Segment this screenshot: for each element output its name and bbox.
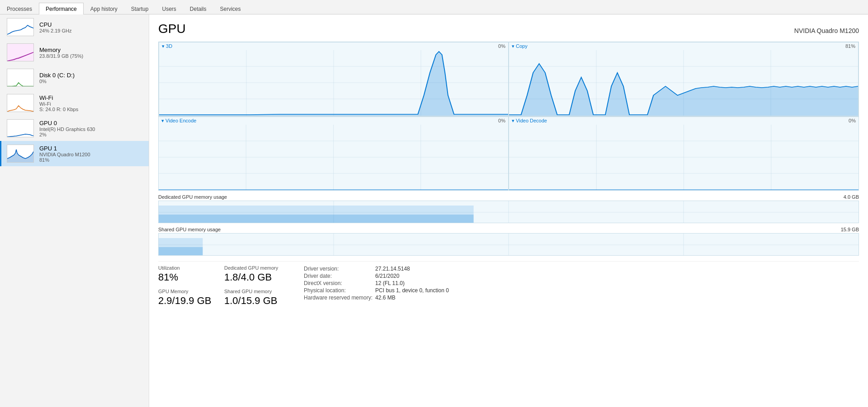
- svg-rect-32: [159, 215, 474, 223]
- right-panel: GPU NVIDIA Quadro M1200 ▾ 3D 0%: [149, 14, 868, 407]
- shared-memory-max: 15.9 GB: [841, 227, 859, 232]
- dedicated-memory-bar: [158, 201, 859, 223]
- driver-date-row: Driver date: 6/21/2020: [304, 272, 452, 280]
- cpu-label: CPU: [39, 21, 143, 28]
- disk-info: Disk 0 (C: D:) 0%: [39, 72, 143, 84]
- tab-services[interactable]: Services: [213, 3, 248, 14]
- gpu0-info: GPU 0 Intel(R) HD Graphics 630 2%: [39, 120, 143, 137]
- gpu0-label: GPU 0: [39, 120, 143, 126]
- sidebar-item-gpu0[interactable]: GPU 0 Intel(R) HD Graphics 630 2%: [0, 116, 149, 141]
- directx-value: 12 (FL 11.0): [375, 280, 452, 287]
- gpu0-sub1: Intel(R) HD Graphics 630: [39, 126, 143, 132]
- main-layout: CPU 24% 2.19 GHz Memory 23.8/31.9 GB (75…: [0, 14, 868, 407]
- chart-copy-label[interactable]: ▾ Copy: [512, 43, 528, 49]
- tab-performance[interactable]: Performance: [39, 3, 84, 14]
- driver-version-value: 27.21.14.5148: [375, 265, 452, 272]
- sidebar-item-memory[interactable]: Memory 23.8/31.9 GB (75%): [0, 40, 149, 65]
- wifi-sub1: Wi-Fi: [39, 101, 143, 107]
- driver-date-label: Driver date:: [304, 272, 375, 280]
- shared-value: 1.0/15.9 GB: [224, 295, 297, 307]
- disk-label: Disk 0 (C: D:): [39, 72, 143, 79]
- sidebar: CPU 24% 2.19 GHz Memory 23.8/31.9 GB (75…: [0, 14, 149, 407]
- chart-copy: ▾ Copy 81%: [509, 42, 859, 116]
- wifi-thumb: [7, 94, 34, 112]
- chart-decode-header: ▾ Video Decode 0%: [509, 117, 859, 125]
- gpu1-label: GPU 1: [39, 145, 143, 152]
- dedicated-label: Dedicated GPU memory: [224, 265, 297, 271]
- svg-rect-33: [159, 206, 474, 215]
- chart-decode-area: [509, 125, 859, 190]
- tab-users[interactable]: Users: [155, 3, 183, 14]
- chart-3d-value: 0%: [498, 43, 505, 49]
- driver-info: Driver version: 27.21.14.5148 Driver dat…: [304, 265, 859, 307]
- shared-memory-bar: [158, 233, 859, 256]
- tab-bar: Processes Performance App history Startu…: [0, 0, 868, 14]
- utilization-value: 81%: [158, 271, 217, 283]
- gpu0-sub2: 2%: [39, 132, 143, 137]
- svg-rect-38: [159, 247, 203, 256]
- sidebar-item-gpu1[interactable]: GPU 1 NVIDIA Quadro M1200 81%: [0, 141, 149, 166]
- wifi-label: Wi-Fi: [39, 94, 143, 101]
- sidebar-item-wifi[interactable]: Wi-Fi Wi-Fi S: 24.0 R: 0 Kbps: [0, 90, 149, 116]
- chart-encode-header: ▾ Video Encode 0%: [159, 117, 508, 125]
- driver-version-label: Driver version:: [304, 265, 375, 272]
- chart-encode-label[interactable]: ▾ Video Encode: [161, 118, 196, 124]
- dedicated-memory-max: 4.0 GB: [844, 194, 859, 200]
- driver-info-table: Driver version: 27.21.14.5148 Driver dat…: [304, 265, 452, 301]
- wifi-sub2: S: 24.0 R: 0 Kbps: [39, 107, 143, 112]
- gpu-model: NVIDIA Quadro M1200: [794, 27, 859, 34]
- disk-thumb: [7, 69, 34, 87]
- chart-copy-area: [509, 50, 858, 116]
- gpu-memory-value: 2.9/19.9 GB: [158, 295, 217, 307]
- dedicated-memory-header: Dedicated GPU memory usage 4.0 GB: [158, 194, 859, 200]
- gpu0-thumb: [7, 119, 34, 137]
- sidebar-item-cpu[interactable]: CPU 24% 2.19 GHz: [0, 14, 149, 40]
- dedicated-memory-section: Dedicated GPU memory usage 4.0 GB: [158, 194, 859, 223]
- gpu-memory-label: GPU Memory: [158, 289, 217, 294]
- gpu1-sub2: 81%: [39, 157, 143, 163]
- chart-decode-value: 0%: [849, 118, 856, 124]
- page-title: GPU: [158, 22, 186, 36]
- tab-startup[interactable]: Startup: [124, 3, 156, 14]
- wifi-info: Wi-Fi Wi-Fi S: 24.0 R: 0 Kbps: [39, 94, 143, 112]
- dedicated-value: 1.8/4.0 GB: [224, 271, 297, 283]
- hardware-reserved-label: Hardware reserved memory:: [304, 294, 375, 301]
- cpu-info: CPU 24% 2.19 GHz: [39, 21, 143, 33]
- chart-video-encode: ▾ Video Encode 0%: [158, 117, 509, 191]
- gpu-header: GPU NVIDIA Quadro M1200: [158, 22, 859, 36]
- chart-3d-label[interactable]: ▾ 3D: [162, 43, 172, 49]
- hardware-reserved-row: Hardware reserved memory: 42.6 MB: [304, 294, 452, 301]
- stats-middle: Dedicated GPU memory 1.8/4.0 GB Shared G…: [224, 265, 297, 307]
- cpu-thumb: [7, 18, 34, 36]
- physical-location-value: PCI bus 1, device 0, function 0: [375, 287, 452, 294]
- hardware-reserved-value: 42.6 MB: [375, 294, 452, 301]
- svg-rect-39: [159, 238, 203, 247]
- tab-app-history[interactable]: App history: [84, 3, 124, 14]
- gpu1-thumb: [7, 145, 34, 163]
- gpu1-sub1: NVIDIA Quadro M1200: [39, 152, 143, 157]
- memory-sub: 23.8/31.9 GB (75%): [39, 53, 143, 59]
- shared-label: Shared GPU memory: [224, 289, 297, 294]
- chart-3d: ▾ 3D 0%: [159, 42, 509, 116]
- chart-encode-value: 0%: [498, 118, 505, 124]
- directx-label: DirectX version:: [304, 280, 375, 287]
- sidebar-item-disk[interactable]: Disk 0 (C: D:) 0%: [0, 65, 149, 90]
- memory-label: Memory: [39, 47, 143, 53]
- dedicated-memory-label: Dedicated GPU memory usage: [158, 194, 227, 200]
- cpu-sub: 24% 2.19 GHz: [39, 28, 143, 33]
- chart-3d-header: ▾ 3D 0%: [159, 42, 508, 50]
- memory-info: Memory 23.8/31.9 GB (75%): [39, 47, 143, 59]
- memory-thumb: [7, 43, 34, 61]
- middle-charts: ▾ Video Encode 0%: [158, 117, 859, 191]
- physical-location-label: Physical location:: [304, 287, 375, 294]
- physical-location-row: Physical location: PCI bus 1, device 0, …: [304, 287, 452, 294]
- gpu1-info: GPU 1 NVIDIA Quadro M1200 81%: [39, 145, 143, 163]
- chart-copy-value: 81%: [845, 43, 855, 49]
- driver-date-value: 6/21/2020: [375, 272, 452, 280]
- utilization-label: Utilization: [158, 265, 217, 271]
- shared-memory-label: Shared GPU memory usage: [158, 227, 221, 232]
- chart-decode-label[interactable]: ▾ Video Decode: [512, 118, 547, 124]
- tab-processes[interactable]: Processes: [0, 3, 39, 14]
- stats-footer: Utilization 81% GPU Memory 2.9/19.9 GB D…: [158, 261, 859, 307]
- tab-details[interactable]: Details: [183, 3, 213, 14]
